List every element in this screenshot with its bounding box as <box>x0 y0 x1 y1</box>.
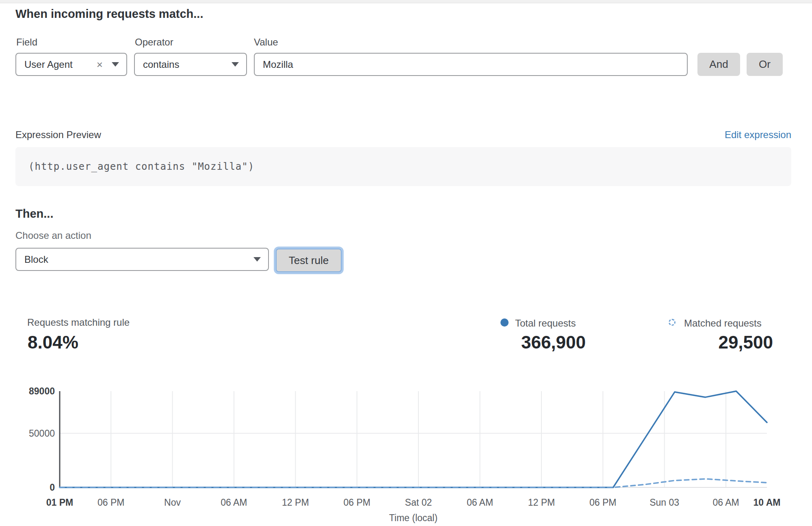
x-tick-label: 06 AM <box>221 497 247 508</box>
y-tick-label: 0 <box>50 482 55 493</box>
x-tick-label: 12 PM <box>282 497 309 508</box>
x-tick-label: 10 AM <box>754 497 781 508</box>
field-select-value: User Agent <box>16 59 97 70</box>
value-input[interactable] <box>254 53 688 76</box>
action-select[interactable]: Block <box>15 248 269 271</box>
total-requests-legend-icon <box>500 318 509 327</box>
total-requests-label: Total requests <box>515 318 576 329</box>
x-tick-label: 06 PM <box>343 497 370 508</box>
value-label: Value <box>254 37 278 48</box>
expression-code: (http.user_agent contains "Mozilla") <box>15 161 254 172</box>
chevron-down-icon[interactable] <box>232 62 239 67</box>
operator-label: Operator <box>135 37 173 48</box>
x-tick-label: 12 PM <box>528 497 555 508</box>
y-tick-label: 89000 <box>29 386 55 396</box>
x-tick-label: Sat 02 <box>405 497 432 508</box>
x-tick-label: 01 PM <box>46 497 73 508</box>
matched-requests-line <box>60 479 767 487</box>
or-button[interactable]: Or <box>747 53 783 76</box>
field-select[interactable]: User Agent × <box>15 53 127 76</box>
matched-requests-legend-icon <box>669 319 676 326</box>
matched-requests-label: Matched requests <box>684 318 762 329</box>
x-tick-label: Sun 03 <box>650 497 679 508</box>
matched-requests-value: 29,500 <box>691 332 773 353</box>
x-tick-label: Nov <box>164 497 181 508</box>
x-tick-label: 06 AM <box>712 497 739 508</box>
x-tick-label: 06 AM <box>467 497 493 508</box>
test-rule-button[interactable]: Test rule <box>276 249 342 272</box>
chevron-down-icon[interactable] <box>253 257 261 262</box>
and-button[interactable]: And <box>697 53 740 76</box>
expression-code-block: (http.user_agent contains "Mozilla") <box>15 147 791 186</box>
firewall-rule-builder: 01 PM06 PMNov06 AM12 PM06 PMSat 0206 AM1… <box>0 0 812 526</box>
match-heading: When incoming requests match... <box>15 7 203 21</box>
operator-select-value: contains <box>135 59 232 70</box>
x-tick-label: 06 PM <box>589 497 616 508</box>
y-tick-label: 50000 <box>29 428 55 439</box>
matching-rule-value: 8.04% <box>28 332 78 353</box>
operator-select[interactable]: contains <box>134 53 247 76</box>
then-heading: Then... <box>15 207 53 221</box>
field-label: Field <box>16 37 37 48</box>
total-requests-value: 366,900 <box>487 332 586 353</box>
x-axis-title: Time (local) <box>389 513 437 523</box>
matching-rule-label: Requests matching rule <box>27 317 130 328</box>
total-requests-line <box>60 391 767 487</box>
top-divider <box>0 0 812 3</box>
x-tick-label: 06 PM <box>97 497 124 508</box>
edit-expression-link[interactable]: Edit expression <box>725 129 791 141</box>
clear-field-icon[interactable]: × <box>97 59 103 70</box>
action-select-value: Block <box>16 254 253 265</box>
expression-preview-label: Expression Preview <box>15 129 101 141</box>
chevron-down-icon[interactable] <box>112 62 119 67</box>
choose-action-label: Choose an action <box>15 230 91 241</box>
